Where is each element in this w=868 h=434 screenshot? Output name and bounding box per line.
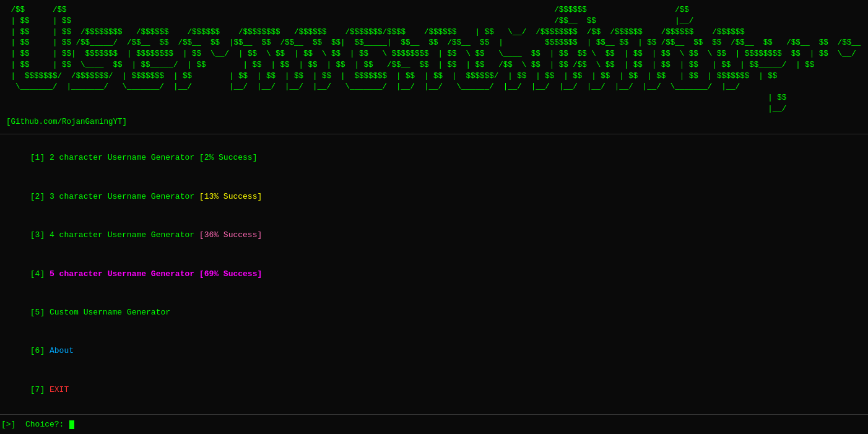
menu-num-4: [4] [30, 269, 45, 279]
ascii-line-right1: | $$ [6, 93, 862, 104]
menu-success-3: [36% Success] [199, 230, 262, 240]
menu-label-7: EXIT [45, 385, 69, 394]
ascii-line-7: | $$$$$$$/ /$$$$$$$/ | $$$$$$$ | $$ | $$… [6, 71, 862, 82]
bottom-divider [0, 414, 868, 415]
ascii-line-1: /$$ /$$ /$$$$$$ /$$ [6, 5, 862, 16]
menu-item-7[interactable]: [7] EXIT [1, 371, 867, 409]
top-divider [0, 134, 868, 134]
menu-item-2[interactable]: [2] 3 character Username Generator [13% … [1, 178, 867, 216]
ascii-line-5: | $$ | $$| $$$$$$$ | $$$$$$$$ | $$ \__/ … [6, 49, 862, 60]
menu-success-4: [69% Success] [199, 269, 262, 279]
cursor [69, 420, 74, 429]
github-link: [Github.com/RojanGamingYT] [6, 116, 862, 128]
ascii-line-6: | $$ | $$ \____ $$ | $$_____/ | $$ | $$ … [6, 60, 862, 71]
menu-label-4: 5 character Username Generator [45, 269, 199, 279]
menu-item-6[interactable]: [6] About [1, 332, 867, 371]
ascii-line-3: | $$ | $$ /$$$$$$$$ /$$$$$$ /$$$$$$ /$$$… [6, 27, 862, 38]
ascii-line-8: \_______/ |_______/ \_______/ |__/ |__/ … [6, 82, 862, 93]
ascii-art-banner: /$$ /$$ /$$$$$$ /$$ | $$ | $$ [0, 0, 868, 130]
menu-num-1: [1] [30, 153, 45, 162]
ascii-line-right2: |__/ [6, 104, 862, 115]
menu-num-2: [2] [30, 192, 45, 201]
terminal-window: /$$ /$$ /$$$$$$ /$$ | $$ | $$ [0, 0, 868, 434]
menu-label-5: Custom Username Generator [45, 308, 170, 317]
menu-item-4[interactable]: [4] 5 character Username Generator [69% … [1, 255, 867, 293]
ascii-line-4: | $$ | $$ /$$_____/ /$$__ $$ /$$__ $$ |$… [6, 38, 862, 49]
menu-label-1: 2 character Username Generator [45, 153, 199, 162]
menu-success-2: [13% Success] [199, 192, 262, 201]
prompt-text: [>] Choice?: [1, 420, 69, 429]
menu-section: [1] 2 character Username Generator [2% S… [0, 137, 868, 412]
menu-label-6: About [45, 346, 74, 355]
prompt-section[interactable]: [>] Choice?: [0, 417, 868, 432]
menu-label-2: 3 character Username Generator [45, 192, 199, 201]
menu-num-5: [5] [30, 308, 45, 317]
menu-num-6: [6] [30, 346, 45, 355]
menu-item-5[interactable]: [5] Custom Username Generator [1, 293, 867, 332]
menu-success-1: [2% Success] [199, 153, 258, 162]
ascii-line-2: | $$ | $$ /$$__ $$ |__/ [6, 16, 862, 27]
menu-label-3: 4 character Username Generator [45, 230, 199, 240]
menu-item-3[interactable]: [3] 4 character Username Generator [36% … [1, 216, 867, 254]
menu-num-3: [3] [30, 230, 45, 240]
menu-item-1[interactable]: [1] 2 character Username Generator [2% S… [1, 139, 867, 178]
menu-num-7: [7] [30, 385, 45, 394]
